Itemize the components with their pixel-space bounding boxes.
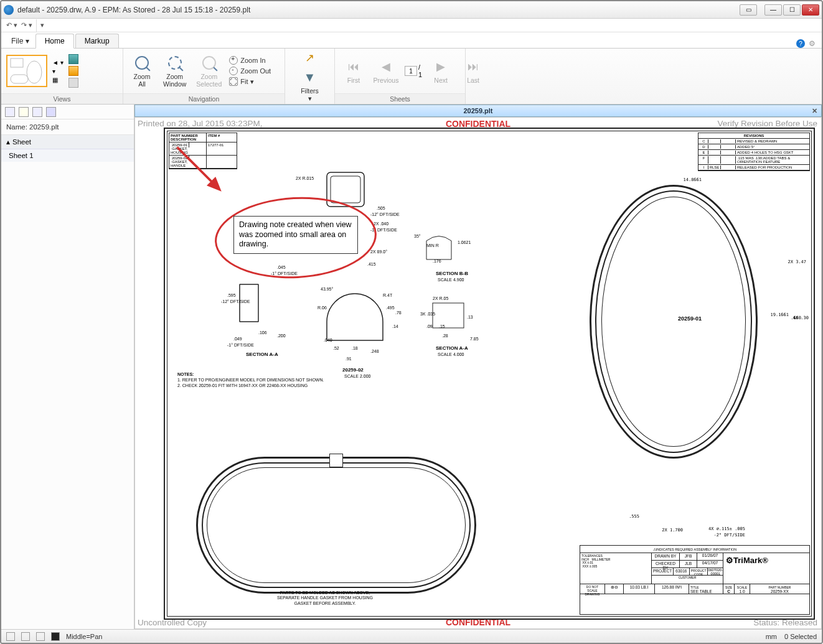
- view-tile1-icon[interactable]: [68, 54, 78, 64]
- settings-icon[interactable]: ⚙: [809, 39, 816, 48]
- verify-watermark: Verify Revision Before Use: [717, 119, 817, 128]
- file-name-row: Name: 20259.plt: [1, 119, 134, 135]
- revision-table: REVISIONS CREVISED & REDRAWN DADDED 5° E…: [698, 133, 810, 171]
- help-icon[interactable]: ?: [796, 39, 805, 48]
- panel-btn-1[interactable]: [5, 107, 15, 117]
- display-arrow-icon[interactable]: ↗: [305, 51, 314, 65]
- fit-button[interactable]: ⛶Fit ▾: [229, 77, 271, 86]
- drawing-notes: NOTES: 1. REFER TO PRO/ENGINEER MODEL FO…: [177, 371, 324, 388]
- svg-text:.15: .15: [439, 324, 445, 329]
- sb-units: mm: [766, 633, 777, 640]
- svg-text:2X .040: 2X .040: [374, 222, 388, 226]
- svg-text:SECTION B-B: SECTION B-B: [436, 271, 468, 276]
- popout-button[interactable]: ▭: [740, 4, 757, 16]
- svg-rect-1: [11, 58, 23, 67]
- svg-text:-12° DFT/SIDE: -12° DFT/SIDE: [221, 299, 250, 304]
- svg-text:.595: .595: [227, 293, 236, 297]
- view-tile2-icon[interactable]: [68, 66, 78, 76]
- sb-layout2-icon[interactable]: [21, 632, 30, 641]
- quick-access-toolbar: ↶ ▾ ↷ ▾ ▾: [1, 19, 822, 32]
- svg-text:.200: .200: [277, 334, 286, 338]
- svg-text:SECTION A-A: SECTION A-A: [436, 345, 468, 351]
- maximize-button[interactable]: ☐: [783, 4, 801, 16]
- zoom-window-button[interactable]: Zoom Window: [161, 53, 189, 89]
- ribbon-tabs: File ▾ Home Markup ? ⚙: [1, 32, 822, 49]
- sheet-item-1[interactable]: Sheet 1: [1, 149, 134, 162]
- svg-text:.495: .495: [386, 306, 395, 310]
- close-document-icon[interactable]: ✕: [812, 107, 817, 115]
- svg-text:-12° DFT/SIDE: -12° DFT/SIDE: [370, 212, 400, 217]
- sb-middle-pan: Middle=Pan: [66, 633, 102, 640]
- svg-text:.176: .176: [433, 259, 441, 263]
- current-sheet-input[interactable]: [405, 66, 417, 76]
- svg-text:7.85: 7.85: [470, 337, 479, 341]
- svg-text:.040: .040: [324, 338, 332, 342]
- svg-text:SCALE  4.000: SCALE 4.000: [438, 352, 464, 357]
- svg-text:1.0621: 1.0621: [458, 240, 471, 245]
- viewer-panel: 20259.plt ✕ Printed on 28, Jul 2015 03:2…: [134, 105, 822, 629]
- svg-text:35°: 35°: [414, 234, 421, 238]
- window-titlebar: default - 20259.drw, A.9 - EPM: As Store…: [1, 1, 822, 19]
- group-navigation-label: Navigation: [123, 93, 285, 104]
- panel-btn-4[interactable]: [46, 107, 56, 117]
- ribbon: ◄ ▾ ▾ ▦ Views Zoom All Zoom Window Zoom …: [1, 49, 822, 105]
- view-tile3-icon[interactable]: [68, 78, 78, 88]
- zoom-in-button[interactable]: +Zoom In: [229, 56, 271, 65]
- svg-text:.13: .13: [467, 315, 473, 319]
- tab-markup[interactable]: Markup: [75, 34, 119, 48]
- document-tab[interactable]: 20259.plt ✕: [134, 105, 822, 117]
- close-button[interactable]: ✕: [802, 4, 819, 16]
- drawing-border: PART NUMBER DESCRIPTIONITEM # 20259-01GA…: [164, 128, 815, 620]
- first-sheet-button: ⏮First: [340, 57, 367, 85]
- panel-btn-2[interactable]: [19, 107, 29, 117]
- svg-text:.248: .248: [370, 349, 379, 353]
- qat-customize-icon[interactable]: ▾: [40, 21, 44, 29]
- svg-text:2X R.05: 2X R.05: [433, 296, 448, 301]
- sb-layout1-icon[interactable]: [6, 632, 15, 641]
- minimize-button[interactable]: —: [764, 4, 782, 16]
- view-thumbnail[interactable]: [6, 55, 47, 87]
- annotation-note[interactable]: Drawing note created when view was zoome…: [233, 216, 358, 254]
- panel-btn-3[interactable]: [32, 107, 42, 117]
- redo-icon[interactable]: ↷ ▾: [21, 21, 32, 29]
- view-grid-icon[interactable]: ▦: [52, 77, 63, 83]
- zoom-out-button[interactable]: -Zoom Out: [229, 67, 271, 75]
- zoom-all-button[interactable]: Zoom All: [128, 53, 156, 89]
- zoom-selected-button: Zoom Selected: [194, 53, 224, 89]
- svg-text:SCALE  2.000: SCALE 2.000: [344, 374, 371, 378]
- last-sheet-button: ⏭Last: [459, 57, 487, 85]
- svg-text:.91: .91: [346, 357, 352, 361]
- svg-text:.78: .78: [395, 310, 402, 315]
- view-dropdown-icon[interactable]: ▾: [52, 68, 63, 75]
- sb-selected: 0 Selected: [784, 633, 817, 640]
- svg-text:43.95°: 43.95°: [321, 287, 334, 291]
- svg-rect-4: [331, 176, 360, 203]
- svg-text:R.4T: R.4T: [383, 293, 393, 297]
- svg-text:2X R.015: 2X R.015: [296, 176, 314, 180]
- drawing-canvas[interactable]: Printed on 28, Jul 2015 03:23PM, CONFIDE…: [134, 117, 822, 629]
- status-bar: Middle=Pan mm 0 Selected: [1, 629, 822, 643]
- svg-text:.415: .415: [367, 262, 376, 266]
- undo-icon[interactable]: ↶ ▾: [6, 21, 17, 29]
- view-prev-icon[interactable]: ◄ ▾: [52, 59, 63, 66]
- svg-text:R.06: R.06: [317, 306, 327, 310]
- group-sheets-label: Sheets: [335, 93, 465, 104]
- collapse-icon[interactable]: ▴: [6, 138, 10, 146]
- svg-text:.14: .14: [392, 324, 398, 329]
- sheet-header[interactable]: ▴ Sheet: [1, 135, 134, 149]
- svg-text:MIN R: MIN R: [426, 243, 439, 248]
- previous-sheet-button: ◀Previous: [372, 57, 400, 85]
- svg-text:.106: .106: [258, 330, 267, 335]
- sb-cmd-icon[interactable]: [51, 632, 60, 641]
- svg-text:.09: .09: [426, 324, 433, 329]
- next-sheet-button: ▶Next: [427, 57, 454, 85]
- annotation-arrow: [171, 141, 230, 200]
- tab-home[interactable]: Home: [35, 34, 74, 49]
- file-menu[interactable]: File ▾: [5, 34, 35, 48]
- svg-text:2X 89.0°: 2X 89.0°: [370, 250, 387, 254]
- title-block: ⚠INDICATES REQUIRED ASSEMBLY INFORMATION…: [580, 545, 810, 615]
- svg-text:20259-02: 20259-02: [342, 367, 364, 373]
- sb-layout3-icon[interactable]: [36, 632, 45, 641]
- filters-button[interactable]: ▼Filters ▾: [296, 67, 324, 103]
- printed-watermark: Printed on 28, Jul 2015 03:23PM,: [138, 119, 262, 128]
